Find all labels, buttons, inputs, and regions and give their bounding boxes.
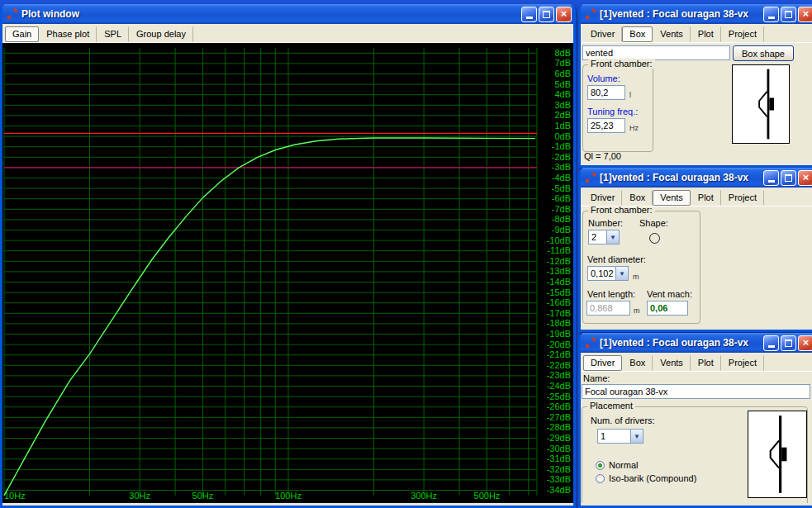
y-tick-label: 1dB [554, 121, 571, 131]
chevron-down-icon[interactable]: ▼ [606, 230, 619, 244]
num-drivers-label: Num. of drivers: [591, 415, 655, 425]
volume-input[interactable] [587, 85, 625, 100]
driver-window-title: [1]vented : Focal ouragan 38-vx [600, 337, 762, 349]
app-tool-icon [584, 8, 596, 21]
tab-box[interactable]: Box [622, 26, 653, 42]
minimize-button[interactable] [763, 7, 779, 22]
tab-plot[interactable]: Plot [691, 355, 721, 371]
box-window-titlebar[interactable]: [1]vented : Focal ouragan 38-vx × [581, 4, 812, 24]
volume-unit: l [629, 91, 631, 99]
minimize-icon [768, 345, 775, 348]
tab-box[interactable]: Box [622, 355, 653, 371]
driver-name-input[interactable] [582, 384, 810, 399]
chevron-down-icon[interactable]: ▼ [630, 430, 643, 443]
vent-shape-circle-icon[interactable] [649, 233, 660, 244]
isobarik-radio[interactable]: Iso-barik (Compound) [596, 473, 696, 483]
y-tick-label: -21dB [547, 349, 571, 359]
tab-vents[interactable]: Vents [653, 355, 691, 371]
driver-window-titlebar[interactable]: [1]vented : Focal ouragan 38-vx × [581, 333, 812, 353]
driver-tab-content: Name: Placement Num. of drivers: 1 ▼ Nor… [581, 372, 812, 503]
plot-window: Plot window × GainPhase plotSPLGroup del… [0, 4, 576, 508]
normal-radio[interactable]: Normal [596, 460, 638, 470]
tab-spl[interactable]: SPL [97, 26, 129, 42]
plot-window-titlebar[interactable]: Plot window × [2, 4, 573, 24]
vent-diameter-value: 0,102 [588, 267, 615, 280]
box-window-title: [1]vented : Focal ouragan 38-vx [600, 8, 762, 20]
tab-project[interactable]: Project [721, 355, 764, 371]
close-button[interactable]: × [798, 335, 812, 351]
y-tick-label: -10dB [547, 235, 571, 245]
y-tick-label: -8dB [552, 214, 571, 224]
maximize-button[interactable] [781, 7, 796, 22]
placement-group: Placement Num. of drivers: 1 ▼ Normal Is… [582, 406, 808, 503]
minimize-button[interactable] [521, 7, 537, 22]
vents-window-tabstrip: DriverBoxVentsPlotProject [581, 188, 812, 207]
y-tick-label: 5dB [554, 79, 571, 89]
y-tick-label: -28dB [547, 422, 571, 432]
chevron-down-icon[interactable]: ▼ [615, 267, 628, 280]
tab-project[interactable]: Project [721, 26, 764, 42]
number-label: Number: [588, 218, 623, 228]
num-drivers-select[interactable]: 1 ▼ [597, 429, 643, 444]
tab-gain[interactable]: Gain [5, 26, 39, 42]
tab-driver[interactable]: Driver [583, 355, 622, 371]
tab-phase-plot[interactable]: Phase plot [39, 26, 97, 42]
close-button[interactable]: × [556, 7, 572, 22]
vent-number-select[interactable]: 2 ▼ [588, 230, 620, 245]
app-tool-icon [584, 172, 596, 184]
driver-name-label: Name: [583, 373, 610, 383]
tab-plot[interactable]: Plot [691, 190, 721, 206]
maximize-button[interactable] [539, 7, 554, 22]
y-tick-label: -1dB [552, 141, 571, 151]
y-tick-label: 3dB [554, 100, 571, 110]
tuning-freq-label: Tuning freq.: [587, 107, 638, 116]
box-tab-content: Box shape Front chamber: Volume: l Tunin… [581, 43, 812, 163]
y-tick-label: -4dB [552, 173, 571, 183]
y-tick-label: -15dB [547, 287, 571, 297]
minimize-icon [526, 17, 533, 19]
y-tick-label: 7dB [554, 58, 571, 68]
maximize-icon [785, 11, 792, 18]
tab-plot[interactable]: Plot [691, 26, 721, 42]
vent-diameter-select[interactable]: 0,102 ▼ [587, 266, 629, 281]
minimize-button[interactable] [763, 170, 779, 186]
normal-radio-label: Normal [609, 460, 638, 470]
y-tick-label: 2dB [554, 110, 571, 120]
tab-driver[interactable]: Driver [583, 190, 622, 206]
tab-driver[interactable]: Driver [583, 26, 622, 42]
tab-project[interactable]: Project [721, 190, 764, 206]
close-button[interactable]: × [798, 7, 812, 22]
radio-icon [596, 461, 605, 470]
close-icon: × [803, 8, 810, 19]
close-button[interactable]: × [798, 170, 812, 186]
y-tick-label: -17dB [547, 308, 571, 318]
front-chamber-label: Front chamber: [588, 59, 655, 69]
speaker-box-icon [733, 65, 789, 143]
app-tool-icon [584, 337, 596, 349]
y-tick-label: -34dB [547, 485, 571, 495]
window-controls: × [762, 335, 812, 351]
window-controls: × [762, 7, 812, 22]
y-tick-label: -3dB [552, 162, 571, 172]
y-tick-label: 6dB [554, 69, 571, 78]
box-shape-button[interactable]: Box shape [733, 45, 794, 61]
isobarik-radio-label: Iso-barik (Compound) [609, 473, 696, 483]
minimize-button[interactable] [763, 335, 779, 351]
maximize-icon [785, 339, 792, 347]
maximize-button[interactable] [781, 335, 796, 351]
maximize-button[interactable] [781, 170, 796, 186]
minimize-icon [768, 17, 775, 19]
vents-window-titlebar[interactable]: [1]vented : Focal ouragan 38-vx × [581, 168, 812, 188]
y-tick-label: -27dB [547, 412, 571, 422]
tab-group-delay[interactable]: Group delay [129, 26, 193, 42]
tab-box[interactable]: Box [622, 190, 653, 206]
tuning-freq-input[interactable] [587, 118, 625, 133]
y-tick-label: -12dB [547, 256, 571, 266]
tab-vents[interactable]: Vents [653, 26, 691, 42]
tab-vents[interactable]: Vents [653, 190, 691, 206]
front-chamber-group: Front chamber: Volume: l Tuning freq.: H… [582, 64, 653, 152]
shape-label: Shape: [639, 218, 668, 228]
y-tick-label: 4dB [554, 89, 571, 99]
plot-area: 8dB7dB6dB5dB4dB3dB2dB1dB0dB-1dB-2dB-3dB-… [2, 43, 573, 503]
vent-mach-input[interactable] [647, 301, 688, 316]
